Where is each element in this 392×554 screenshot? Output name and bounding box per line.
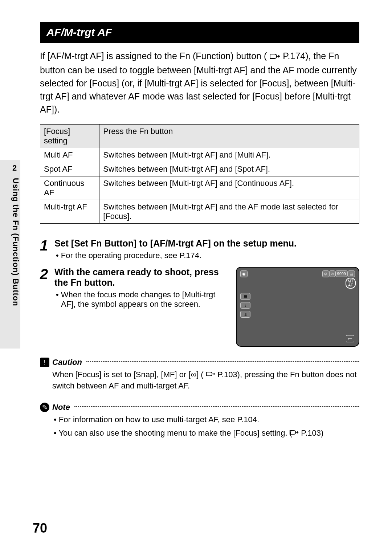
step-body: Set [Set Fn Button] to [AF/M-trgt AF] on… [54, 238, 359, 260]
step-1: 1 Set [Set Fn Button] to [AF/M-trgt AF] … [40, 238, 359, 260]
step-bullet: For the operating procedure, see P.174. [54, 251, 359, 260]
battery-icon: ▭ [346, 335, 354, 342]
camera-top-row: ◉ ⊘ ⎚ 9999 ▤ [240, 270, 355, 277]
camera-icon: ⎚ [329, 270, 335, 277]
shot-count: 9999 [335, 270, 348, 277]
table-cell: Multi AF [40, 148, 99, 162]
table-row: Continuous AF Switches between [Multi-tr… [40, 176, 359, 200]
reference-icon [269, 50, 280, 63]
step-number: 2 [40, 267, 54, 281]
step-title: With the camera ready to shoot, press th… [54, 267, 229, 288]
caution-text-1: When [Focus] is set to [Snap], [MF] or [… [52, 370, 204, 379]
caution-text: When [Focus] is set to [Snap], [MF] or [… [52, 369, 359, 392]
divider-dashes [86, 361, 359, 362]
note-bullet: For information on how to use multi-targ… [52, 414, 359, 425]
table-cell: Multi-trgt AF [40, 200, 99, 223]
flash-icon: ⊘ [322, 270, 329, 277]
table-header-row: [Focus] setting Press the Fn button [40, 124, 359, 148]
table-cell: Continuous AF [40, 176, 99, 200]
table-row: Spot AF Switches between [Multi-trgt AF]… [40, 162, 359, 176]
arrow-icon: ↕ [240, 302, 250, 309]
focus-table: [Focus] setting Press the Fn button Mult… [40, 124, 359, 224]
step-body: With the camera ready to shoot, press th… [54, 267, 359, 347]
note-bullet-2b: ) [321, 428, 323, 437]
table-cell: Switches between [Multi-trgt AF] and the… [99, 200, 359, 223]
page-content: AF/M-trgt AF If [AF/M-trgt AF] is assign… [0, 0, 392, 554]
intro-ref: P.174 [283, 51, 305, 61]
note-block: ✎ Note For information on how to use mul… [40, 403, 359, 439]
card-icon: ▤ [348, 270, 355, 277]
table-row: Multi-trgt AF Switches between [Multi-tr… [40, 200, 359, 223]
reference-icon [294, 428, 299, 439]
caution-block: ! Caution When [Focus] is set to [Snap],… [40, 358, 359, 392]
note-bullet-2-ref: P.103 [301, 428, 321, 437]
page-number: 70 [33, 521, 47, 536]
intro-paragraph: If [AF/M-trgt AF] is assigned to the Fn … [40, 49, 359, 116]
caution-ref: P.103 [217, 370, 237, 379]
wb-icon: ▦ [240, 293, 250, 300]
note-bullet: You can also use the shooting menu to ma… [52, 428, 359, 439]
step-number: 1 [40, 238, 54, 253]
reference-icon [206, 369, 215, 380]
steps-list: 1 Set [Set Fn Button] to [AF/M-trgt AF] … [40, 238, 359, 347]
step-title: Set [Set Fn Button] to [AF/M-trgt AF] on… [54, 238, 359, 249]
note-label: Note [52, 403, 70, 412]
table-header: Press the Fn button [99, 124, 359, 148]
table-header: [Focus] setting [40, 124, 99, 148]
caution-label: Caution [52, 358, 82, 367]
note-text: For information on how to use multi-targ… [52, 414, 359, 439]
intro-text-1: If [AF/M-trgt AF] is assigned to the Fn … [40, 51, 267, 61]
mt-af-symbol: MT AF [346, 278, 356, 289]
step-bullet: When the focus mode changes to [Multi-tr… [54, 290, 229, 309]
section-title: AF/M-trgt AF [40, 22, 359, 43]
camera-left-icons: ▦ ↕ ◫ [240, 293, 250, 318]
iso-icon: ◫ [240, 311, 250, 318]
divider-dashes [74, 406, 359, 407]
caution-icon: ! [40, 358, 49, 367]
table-row: Multi AF Switches between [Multi-trgt AF… [40, 148, 359, 162]
mode-icon: ◉ [240, 270, 248, 277]
camera-lcd-illustration: ◉ ⊘ ⎚ 9999 ▤ MT AF ▦ ↕ ◫ ▭ [236, 267, 359, 347]
note-icon: ✎ [40, 403, 49, 412]
table-cell: Spot AF [40, 162, 99, 176]
table-cell: Switches between [Multi-trgt AF] and [Co… [99, 176, 359, 200]
table-cell: Switches between [Multi-trgt AF] and [Sp… [99, 162, 359, 176]
step-2: 2 With the camera ready to shoot, press … [40, 267, 359, 347]
table-cell: Switches between [Multi-trgt AF] and [Mu… [99, 148, 359, 162]
note-bullet-2a: You can also use the shooting menu to ma… [58, 428, 292, 437]
